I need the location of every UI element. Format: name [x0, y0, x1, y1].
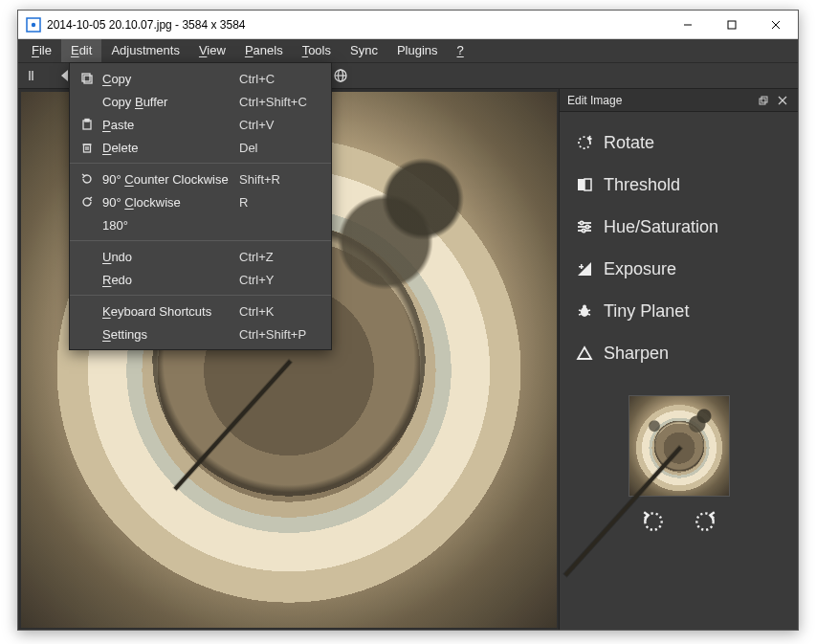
menu-label: Panels — [245, 43, 283, 58]
menu-item-90-counter-clockwise[interactable]: 90° Counter ClockwiseShift+R — [70, 167, 331, 190]
thumbnail-image — [629, 395, 730, 497]
menu-item-shortcut: Ctrl+Z — [239, 250, 321, 264]
menu-item-label: Copy — [97, 72, 239, 86]
menu-label: Sync — [350, 43, 378, 58]
svg-rect-3 — [728, 21, 736, 29]
app-icon — [26, 17, 41, 33]
svg-rect-31 — [584, 179, 591, 190]
svg-line-45 — [579, 314, 582, 315]
bug-icon — [575, 301, 594, 321]
rotate-icon — [575, 133, 594, 152]
panel-item-rotate[interactable]: Rotate — [575, 122, 783, 164]
panel-item-exposure[interactable]: Exposure — [575, 248, 783, 290]
menu-item-label: Paste — [97, 118, 239, 132]
panel-item-tiny-planet[interactable]: Tiny Planet — [575, 290, 783, 332]
menu-item-shortcut: Ctrl+Y — [239, 273, 321, 287]
panel-item-sharpen[interactable]: Sharpen — [575, 332, 783, 374]
menu-item-paste[interactable]: PasteCtrl+V — [70, 113, 331, 136]
menu-item-label: 90° Counter Clockwise — [97, 172, 239, 187]
svg-marker-38 — [578, 262, 591, 276]
menu-item-shortcut: Shift+R — [239, 172, 321, 187]
menu-tools[interactable]: Tools — [293, 39, 341, 62]
triangle-icon — [575, 344, 594, 363]
menu-item-copy-buffer[interactable]: Copy BufferCtrl+Shift+C — [70, 90, 331, 113]
svg-marker-47 — [578, 347, 591, 359]
menu-item-label: Settings — [97, 327, 239, 342]
menu-panels[interactable]: Panels — [235, 39, 293, 62]
sliders-icon — [575, 217, 594, 236]
maximize-button[interactable] — [710, 11, 754, 38]
svg-rect-26 — [760, 99, 765, 104]
app-window: 2014-10-05 20.10.07.jpg - 3584 x 3584 Fi… — [17, 10, 799, 631]
rotate-cw-icon — [77, 195, 97, 209]
menu-sync[interactable]: Sync — [341, 39, 387, 62]
menu-plugins[interactable]: Plugins — [387, 39, 448, 62]
menu-item-label: 180° — [97, 218, 239, 233]
svg-line-46 — [587, 314, 590, 315]
menu-bar: FileEditAdjustmentsViewPanelsToolsSyncPl… — [18, 39, 798, 62]
exposure-icon — [575, 259, 594, 278]
menu-item-180-[interactable]: 180° — [70, 213, 331, 236]
menu-item-label: Keyboard Shortcuts — [97, 304, 239, 319]
svg-rect-40 — [579, 266, 584, 268]
close-button[interactable] — [754, 11, 798, 38]
panel-undock-button[interactable] — [756, 93, 771, 108]
menu-item-redo[interactable]: RedoCtrl+Y — [70, 268, 331, 291]
menu-label: File — [32, 43, 52, 58]
menu-item-shortcut: Ctrl+V — [239, 118, 321, 132]
svg-point-35 — [585, 225, 588, 228]
window-buttons — [666, 11, 798, 38]
delete-icon — [77, 141, 97, 154]
minimize-button[interactable] — [666, 11, 710, 38]
thumbnail-area — [560, 395, 798, 535]
panel-item-label: Sharpen — [604, 344, 669, 364]
menu-label: Adjustments — [111, 43, 180, 58]
menu-label: Plugins — [397, 43, 438, 58]
svg-rect-51 — [85, 120, 89, 122]
panel-item-label: Rotate — [604, 133, 654, 153]
menu-item-shortcut: Del — [239, 141, 321, 155]
menu-item-label: 90° Clockwise — [97, 195, 239, 210]
menu-[interactable]: ? — [448, 39, 474, 62]
menu-view[interactable]: View — [189, 39, 235, 62]
menu-adjustments[interactable]: Adjustments — [101, 39, 189, 62]
menu-edit[interactable]: Edit — [61, 39, 101, 62]
menu-item-shortcut: R — [239, 195, 321, 210]
paste-icon — [77, 118, 97, 131]
collapse-icon[interactable] — [26, 67, 43, 84]
panel-item-hue-saturation[interactable]: Hue/Saturation — [575, 206, 783, 248]
edit-image-panel: Edit Image RotateThresholdHue/Saturation… — [559, 89, 798, 630]
menu-item-delete[interactable]: DeleteDel — [70, 136, 331, 159]
menu-item-label: Copy Buffer — [97, 95, 239, 109]
panel-title: Edit Image — [567, 94, 752, 107]
menu-item-label: Undo — [97, 250, 239, 264]
menu-file[interactable]: File — [22, 39, 61, 62]
svg-rect-27 — [761, 97, 767, 102]
thumb-rotate-ccw-button[interactable] — [640, 508, 667, 535]
menu-item-undo[interactable]: UndoCtrl+Z — [70, 245, 331, 268]
globe-icon[interactable] — [332, 67, 349, 84]
panel-close-button[interactable] — [775, 93, 790, 108]
panel-item-label: Tiny Planet — [604, 301, 689, 322]
menu-item-settings[interactable]: SettingsCtrl+Shift+P — [70, 322, 331, 345]
panel-item-threshold[interactable]: Threshold — [575, 164, 783, 206]
svg-line-44 — [587, 310, 590, 311]
menu-label: Tools — [302, 43, 331, 58]
svg-line-43 — [579, 310, 582, 311]
menu-item-label: Redo — [97, 273, 239, 287]
menu-item-shortcut: Ctrl+C — [239, 72, 321, 86]
thumb-rotate-cw-button[interactable] — [692, 508, 718, 535]
threshold-icon — [575, 175, 594, 194]
panel-item-label: Hue/Saturation — [604, 217, 718, 237]
svg-rect-49 — [82, 74, 90, 81]
menu-item-copy[interactable]: CopyCtrl+C — [70, 67, 331, 90]
menu-item-90-clockwise[interactable]: 90° ClockwiseR — [70, 190, 331, 213]
title-bar: 2014-10-05 20.10.07.jpg - 3584 x 3584 — [18, 11, 798, 39]
menu-label: Edit — [71, 43, 92, 58]
svg-rect-52 — [84, 144, 91, 152]
svg-marker-8 — [61, 70, 68, 81]
window-title: 2014-10-05 20.10.07.jpg - 3584 x 3584 — [47, 18, 666, 32]
menu-item-keyboard-shortcuts[interactable]: Keyboard ShortcutsCtrl+K — [70, 300, 331, 322]
edit-menu-dropdown: CopyCtrl+CCopy BufferCtrl+Shift+CPasteCt… — [69, 62, 332, 350]
svg-point-42 — [583, 305, 586, 309]
